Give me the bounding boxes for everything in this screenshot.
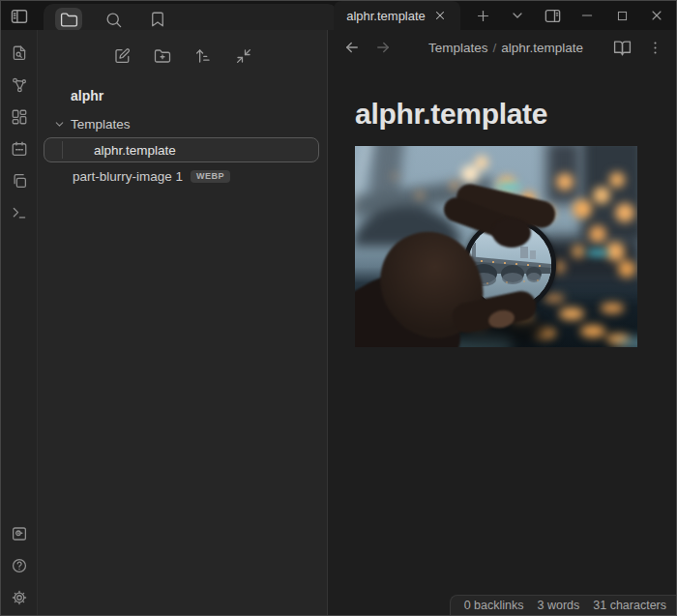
file-search-icon bbox=[11, 44, 28, 62]
tree-file-alphr-template[interactable]: alphr.template bbox=[44, 137, 319, 162]
breadcrumb: Templates/alphr.template bbox=[417, 41, 595, 55]
note-title: alphr.template bbox=[355, 98, 647, 131]
open-vault-button[interactable] bbox=[10, 524, 29, 543]
search-tab-button[interactable] bbox=[100, 8, 127, 31]
canvas-button[interactable] bbox=[10, 107, 29, 127]
collapse-all-button[interactable] bbox=[230, 44, 257, 69]
tree-file-part-blurry-image[interactable]: part-blurry-image 1 WEBP bbox=[38, 163, 327, 189]
more-options-button[interactable] bbox=[645, 38, 664, 57]
quick-switcher-button[interactable] bbox=[10, 44, 29, 63]
command-palette-button[interactable] bbox=[10, 203, 29, 222]
main-pane: Templates/alphr.template alphr.template bbox=[328, 30, 676, 615]
word-count: 3 words bbox=[537, 599, 579, 612]
character-count: 31 characters bbox=[593, 599, 666, 612]
photo-building-silhouette bbox=[546, 146, 581, 204]
vault-header[interactable]: alphr bbox=[38, 84, 327, 107]
photo-water-reflections bbox=[355, 146, 374, 153]
new-note-icon bbox=[113, 47, 131, 65]
sort-asc-icon bbox=[194, 47, 212, 65]
tab-title: alphr.template bbox=[346, 9, 426, 23]
note-content: alphr.template bbox=[328, 65, 676, 615]
obsidian-window: alphr.template bbox=[0, 0, 677, 616]
file-label: alphr.template bbox=[94, 143, 176, 158]
tab-alphr-template[interactable]: alphr.template bbox=[334, 1, 460, 30]
file-extension-badge: WEBP bbox=[191, 170, 230, 183]
titlebar: alphr.template bbox=[1, 1, 676, 30]
vault-name: alphr bbox=[71, 88, 103, 103]
help-icon bbox=[11, 557, 28, 574]
folder-label: Templates bbox=[71, 117, 131, 132]
photo-building-silhouette bbox=[581, 146, 637, 241]
graph-icon bbox=[11, 76, 28, 94]
file-label: part-blurry-image 1 bbox=[73, 169, 183, 184]
bookmark-icon bbox=[149, 11, 166, 28]
close-icon bbox=[433, 9, 447, 22]
calendar-icon bbox=[11, 140, 28, 158]
new-folder-button[interactable] bbox=[149, 44, 176, 69]
bookmarks-tab-button[interactable] bbox=[144, 8, 171, 31]
folder-plus-icon bbox=[154, 47, 171, 65]
new-note-button[interactable] bbox=[108, 44, 135, 69]
note-image[interactable] bbox=[355, 146, 637, 347]
dots-vertical-icon bbox=[647, 40, 663, 56]
workspace: alphr Templates alphr.template part-blur… bbox=[1, 30, 676, 615]
right-sidebar-toggle-button[interactable] bbox=[535, 1, 570, 30]
file-explorer: alphr Templates alphr.template part-blur… bbox=[38, 30, 328, 615]
panel-right-icon bbox=[544, 7, 562, 25]
explorer-header bbox=[38, 42, 327, 73]
reading-mode-button[interactable] bbox=[612, 38, 632, 57]
maximize-button[interactable] bbox=[604, 1, 639, 30]
breadcrumb-current[interactable]: alphr.template bbox=[501, 41, 583, 55]
maximize-icon bbox=[615, 9, 630, 23]
tab-list-button[interactable] bbox=[500, 1, 535, 30]
vault-icon bbox=[11, 525, 28, 543]
window-controls bbox=[465, 1, 674, 30]
settings-button[interactable] bbox=[10, 588, 29, 607]
book-open-icon bbox=[613, 39, 632, 57]
layout-grid-icon bbox=[11, 108, 28, 126]
folder-icon bbox=[60, 11, 78, 29]
left-sidebar-toggle-button[interactable] bbox=[10, 7, 29, 26]
photo-hand-fingertip bbox=[492, 218, 531, 248]
view-actions bbox=[595, 38, 664, 57]
close-icon bbox=[649, 8, 664, 23]
new-tab-button[interactable] bbox=[465, 1, 500, 30]
navigate-forward-button[interactable] bbox=[374, 39, 392, 56]
templates-button[interactable] bbox=[10, 171, 29, 191]
arrow-left-icon bbox=[343, 39, 361, 56]
status-bar: 0 backlinks 3 words 31 characters bbox=[450, 595, 676, 615]
panel-left-icon bbox=[10, 7, 29, 26]
breadcrumb-separator: / bbox=[487, 41, 501, 55]
collapse-icon bbox=[235, 47, 252, 65]
gear-icon bbox=[11, 589, 28, 606]
file-tree: Templates alphr.template part-blurry-ima… bbox=[38, 111, 327, 189]
help-button[interactable] bbox=[10, 556, 29, 575]
terminal-icon bbox=[11, 204, 28, 221]
tab-close-button[interactable] bbox=[433, 9, 448, 23]
nav-buttons bbox=[343, 39, 417, 56]
backlinks-count[interactable]: 0 backlinks bbox=[464, 599, 524, 612]
plus-icon bbox=[475, 8, 491, 24]
arrow-right-icon bbox=[374, 39, 392, 56]
tree-folder-templates[interactable]: Templates bbox=[38, 111, 327, 136]
minimize-button[interactable] bbox=[570, 1, 604, 30]
chevron-down-icon bbox=[510, 8, 525, 23]
breadcrumb-parent[interactable]: Templates bbox=[428, 41, 488, 55]
ribbon bbox=[1, 30, 38, 615]
files-tab-button[interactable] bbox=[55, 8, 82, 31]
chevron-down-icon bbox=[53, 117, 67, 131]
view-header: Templates/alphr.template bbox=[328, 30, 676, 65]
graph-view-button[interactable] bbox=[10, 75, 29, 95]
close-window-button[interactable] bbox=[639, 1, 674, 30]
minimize-icon bbox=[579, 8, 595, 23]
navigate-back-button[interactable] bbox=[343, 39, 361, 56]
copy-icon bbox=[11, 172, 28, 190]
search-icon bbox=[104, 11, 123, 29]
daily-note-button[interactable] bbox=[10, 139, 29, 159]
indent-guide bbox=[62, 141, 63, 159]
sort-order-button[interactable] bbox=[190, 44, 217, 69]
